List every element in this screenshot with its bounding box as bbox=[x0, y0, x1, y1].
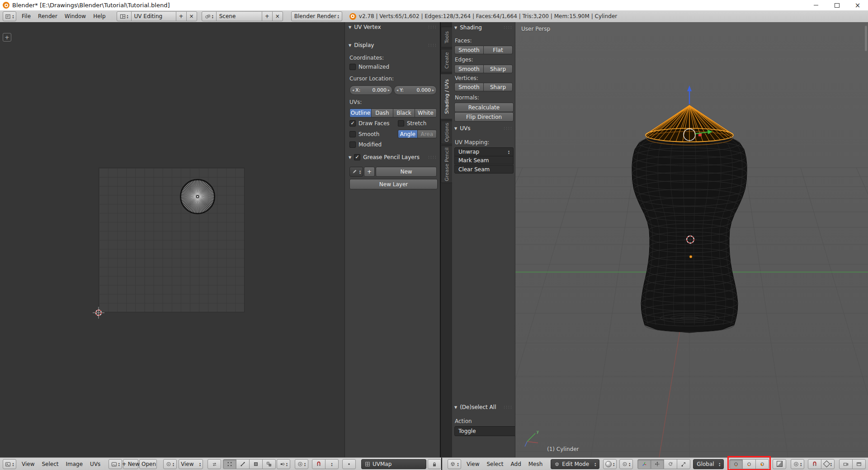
draw-faces-checkbox[interactable]: ✓Draw Faces bbox=[349, 120, 390, 127]
face-select-mode-button[interactable] bbox=[755, 459, 769, 469]
v3d-menu-mesh[interactable]: Mesh bbox=[525, 461, 547, 467]
scale-manipulator-button[interactable] bbox=[677, 459, 690, 469]
edges-smooth-button[interactable]: Smooth bbox=[454, 65, 484, 73]
panel-deselect-all-header[interactable]: ▼ (De)select All bbox=[454, 404, 513, 410]
checkbox-icon[interactable] bbox=[349, 131, 356, 137]
mark-seam-button[interactable]: Mark Seam bbox=[454, 156, 514, 164]
uv-menu-select[interactable]: Select bbox=[38, 461, 62, 467]
tab-shading-uvs[interactable]: Shading / UVs bbox=[441, 74, 453, 119]
v3d-menu-add[interactable]: Add bbox=[507, 461, 525, 467]
grease-new-button[interactable]: New bbox=[376, 167, 437, 177]
tab-options[interactable]: Options bbox=[441, 121, 453, 144]
pivot-dropdown[interactable]: ▴▾ bbox=[619, 459, 633, 469]
tab-grease-pencil[interactable]: Grease Pencil bbox=[441, 146, 453, 183]
menu-file[interactable]: File bbox=[18, 13, 34, 19]
unwrap-dropdown[interactable]: Unwrap ▴▾ bbox=[454, 147, 514, 156]
region-expand-icon[interactable]: + bbox=[3, 33, 11, 42]
layout-name-field[interactable]: UV Editing bbox=[131, 11, 176, 21]
checkbox-icon[interactable] bbox=[349, 141, 356, 148]
uv-edge-select-button[interactable] bbox=[236, 459, 250, 469]
rotate-manipulator-button[interactable] bbox=[664, 459, 677, 469]
image-browse-button[interactable]: ▴▾ bbox=[108, 459, 122, 469]
scene-name-field[interactable]: Scene bbox=[216, 11, 262, 21]
menu-render[interactable]: Render bbox=[34, 13, 61, 19]
viewport-3d[interactable]: User Persp (1) Cylinder y bbox=[515, 22, 868, 457]
image-new-button[interactable]: +New bbox=[123, 459, 138, 469]
scene-add-button[interactable]: + bbox=[262, 11, 273, 21]
outline-button[interactable]: Outline bbox=[349, 108, 372, 118]
grease-pencil-data-dropdown[interactable]: ▴▾ bbox=[349, 167, 363, 177]
decrement-icon[interactable]: ◂ bbox=[396, 88, 398, 92]
image-open-button[interactable]: Open bbox=[139, 459, 157, 469]
layout-delete-button[interactable]: × bbox=[186, 11, 197, 21]
v3d-menu-select[interactable]: Select bbox=[483, 461, 507, 467]
panel-grease-pencil-header[interactable]: ▼ ✓ Grease Pencil Layers bbox=[349, 154, 438, 160]
uv-editor-canvas[interactable]: + bbox=[0, 22, 344, 457]
uvmap-pin-button[interactable] bbox=[428, 459, 441, 469]
checkbox-checked-icon[interactable]: ✓ bbox=[354, 154, 360, 160]
vertices-smooth-button[interactable]: Smooth bbox=[454, 83, 484, 91]
opengl-render-image-button[interactable] bbox=[839, 459, 853, 469]
recalculate-button[interactable]: Recalculate bbox=[454, 103, 514, 112]
pivot-center-toggle[interactable] bbox=[342, 459, 356, 469]
menu-window[interactable]: Window bbox=[61, 13, 90, 19]
snap-toggle-button[interactable] bbox=[312, 459, 326, 469]
action-dropdown[interactable]: Toggle ▴▾ bbox=[454, 426, 521, 436]
tab-tools[interactable]: Tools bbox=[441, 27, 453, 47]
editor-type-button-3d[interactable]: ▴▾ bbox=[448, 459, 461, 469]
vertex-select-mode-button[interactable] bbox=[729, 459, 743, 469]
maximize-button[interactable] bbox=[826, 0, 847, 10]
snap-target-dropdown[interactable]: ▴▾ bbox=[325, 459, 339, 469]
editor-type-button-info[interactable]: ▴▾ bbox=[3, 11, 16, 21]
stretch-checkbox[interactable]: Stretch bbox=[398, 120, 426, 127]
panel-grip-icon[interactable] bbox=[428, 155, 438, 159]
panel-grip-icon[interactable] bbox=[428, 25, 438, 29]
edge-select-mode-button[interactable] bbox=[742, 459, 756, 469]
uv-menu-uvs[interactable]: UVs bbox=[86, 461, 104, 467]
new-layer-button[interactable]: New Layer bbox=[349, 179, 438, 189]
increment-icon[interactable]: ▸ bbox=[388, 88, 390, 92]
smooth-checkbox[interactable]: Smooth bbox=[349, 131, 379, 137]
white-button[interactable]: White bbox=[415, 108, 437, 118]
close-button[interactable]: × bbox=[847, 0, 868, 10]
limit-selection-visible-button[interactable] bbox=[773, 459, 786, 469]
edges-sharp-button[interactable]: Sharp bbox=[483, 65, 513, 73]
panel-grip-icon[interactable] bbox=[503, 405, 513, 409]
dash-button[interactable]: Dash bbox=[371, 108, 393, 118]
menu-help[interactable]: Help bbox=[90, 13, 109, 19]
uv-menu-image[interactable]: Image bbox=[62, 461, 87, 467]
tab-create[interactable]: Create bbox=[441, 49, 453, 72]
panel-uvs-header[interactable]: ▼ UVs bbox=[454, 125, 513, 132]
checkbox-icon[interactable] bbox=[398, 120, 404, 127]
checkbox-icon[interactable] bbox=[349, 64, 356, 70]
uvmap-selector[interactable]: UVMap bbox=[361, 459, 426, 469]
proportional-edit-dropdown[interactable]: ▴▾ bbox=[295, 459, 308, 469]
decrement-icon[interactable]: ◂ bbox=[352, 88, 354, 92]
pivot-dropdown[interactable]: ▴▾ bbox=[163, 459, 177, 469]
orientation-dropdown[interactable]: Global ▴▾ bbox=[693, 459, 724, 469]
vertices-sharp-button[interactable]: Sharp bbox=[483, 83, 513, 91]
minimize-button[interactable] bbox=[806, 0, 826, 10]
increment-icon[interactable]: ▸ bbox=[432, 88, 434, 92]
uv-menu-view[interactable]: View bbox=[18, 461, 38, 467]
uv-vertex-select-button[interactable] bbox=[223, 459, 236, 469]
angle-button[interactable]: Angle bbox=[398, 130, 418, 138]
faces-smooth-button[interactable]: Smooth bbox=[454, 46, 484, 54]
snap-element-dropdown[interactable]: ▴▾ bbox=[821, 459, 835, 469]
panel-display-header[interactable]: ▼ Display bbox=[349, 42, 438, 48]
normalized-checkbox[interactable]: Normalized bbox=[349, 64, 389, 70]
uv-island-select-button[interactable] bbox=[262, 459, 276, 469]
scene-browse-button[interactable]: ▴▾ bbox=[202, 11, 217, 21]
grease-pencil-add-button[interactable]: + bbox=[364, 167, 375, 177]
manipulator-toggle-button[interactable] bbox=[637, 459, 651, 469]
v3d-menu-view[interactable]: View bbox=[463, 461, 483, 467]
uv-sync-selection-toggle[interactable] bbox=[208, 459, 221, 469]
clear-seam-button[interactable]: Clear Seam bbox=[454, 165, 514, 174]
flip-direction-button[interactable]: Flip Direction bbox=[454, 112, 514, 122]
proportional-edit-dropdown[interactable]: ▴▾ bbox=[791, 459, 804, 469]
editor-type-button-uv[interactable]: ▴▾ bbox=[3, 459, 16, 469]
panel-grip-icon[interactable] bbox=[503, 26, 513, 29]
faces-flat-button[interactable]: Flat bbox=[483, 46, 513, 54]
uv-face-select-button[interactable] bbox=[249, 459, 263, 469]
opengl-render-anim-button[interactable] bbox=[852, 459, 866, 469]
